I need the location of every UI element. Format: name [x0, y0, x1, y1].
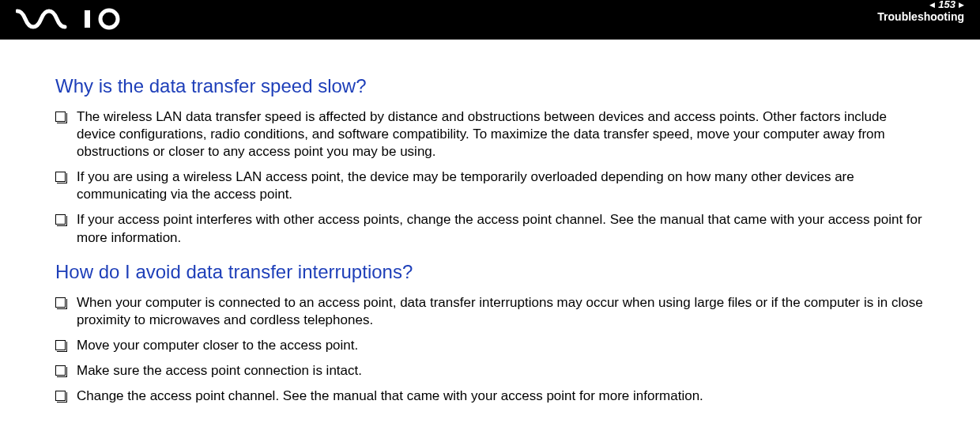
vaio-logo: [16, 8, 126, 32]
list-item: Change the access point channel. See the…: [55, 387, 925, 405]
bullet-text: If your access point interferes with oth…: [77, 211, 925, 246]
section-heading-1: Why is the data transfer speed slow?: [55, 75, 925, 97]
page-number: 153: [938, 0, 956, 10]
svg-rect-0: [85, 10, 90, 28]
bullet-icon: [55, 112, 66, 122]
bullet-icon: [55, 214, 66, 225]
bullet-list-2: When your computer is connected to an ac…: [55, 294, 925, 405]
bullet-icon: [55, 340, 66, 350]
bullet-icon: [55, 365, 66, 376]
bullet-text: When your computer is connected to an ac…: [77, 294, 925, 329]
bullet-text: Make sure the access point connection is…: [77, 362, 362, 380]
header-bar: ◀ 153 ▶ Troubleshooting: [0, 0, 980, 40]
bullet-list-1: The wireless LAN data transfer speed is …: [55, 108, 925, 247]
list-item: The wireless LAN data transfer speed is …: [55, 108, 925, 161]
bullet-text: Move your computer closer to the access …: [77, 337, 358, 354]
bullet-icon: [55, 172, 66, 182]
section-heading-2: How do I avoid data transfer interruptio…: [55, 261, 925, 283]
bullet-text: The wireless LAN data transfer speed is …: [77, 108, 925, 161]
list-item: Move your computer closer to the access …: [55, 337, 925, 354]
bullet-text: Change the access point channel. See the…: [77, 387, 703, 405]
bullet-icon: [55, 391, 66, 401]
prev-page-arrow-icon[interactable]: ◀: [929, 1, 935, 9]
section-title: Troubleshooting: [877, 10, 964, 23]
svg-point-1: [100, 10, 118, 28]
list-item: Make sure the access point connection is…: [55, 362, 925, 380]
bullet-text: If you are using a wireless LAN access p…: [77, 168, 925, 203]
page-navigation: ◀ 153 ▶ Troubleshooting: [877, 0, 964, 23]
next-page-arrow-icon[interactable]: ▶: [959, 1, 964, 9]
page-content: Why is the data transfer speed slow? The…: [0, 40, 980, 405]
list-item: When your computer is connected to an ac…: [55, 294, 925, 329]
bullet-icon: [55, 297, 66, 308]
list-item: If you are using a wireless LAN access p…: [55, 168, 925, 203]
list-item: If your access point interferes with oth…: [55, 211, 925, 246]
